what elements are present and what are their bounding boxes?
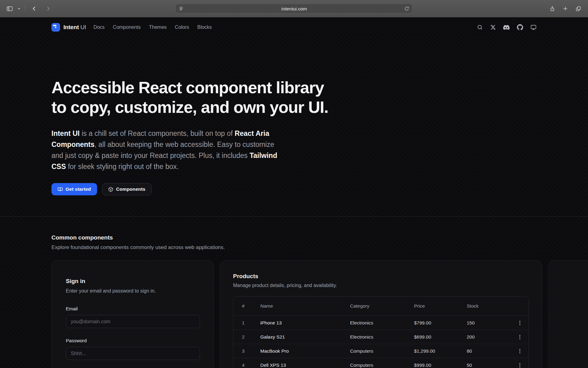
signin-description: Enter your email and password to sign in… — [66, 288, 199, 294]
col-header-num: # — [242, 303, 260, 309]
github-icon[interactable] — [517, 24, 523, 30]
theme-display-icon[interactable] — [530, 24, 537, 30]
table-row[interactable]: 1 iPhone 13 Electronics $799.00 150 — [233, 316, 529, 330]
sidebar-toggle-button[interactable] — [6, 5, 13, 12]
share-button[interactable] — [549, 6, 555, 12]
site-navbar: IntentUI Docs Components Themes Colors B… — [51, 17, 537, 32]
nav-link-components[interactable]: Components — [113, 25, 141, 30]
discord-icon[interactable] — [503, 24, 510, 31]
products-title: Products — [233, 273, 529, 280]
table-header-row: # Name Category Price Stock — [233, 297, 529, 316]
col-header-name: Name — [260, 303, 350, 309]
signin-title: Sign in — [66, 278, 199, 285]
url-text[interactable]: intentui.com — [184, 6, 404, 11]
nav-link-colors[interactable]: Colors — [175, 25, 189, 30]
chevron-right-icon — [45, 6, 51, 11]
password-field[interactable] — [66, 347, 200, 360]
row-actions-menu-icon[interactable] — [518, 361, 522, 368]
products-description: Manage product details, pricing, and ava… — [233, 283, 529, 288]
hero-description: Intent UI is a chill set of React compon… — [51, 128, 287, 172]
brand-home-link[interactable]: IntentUI — [51, 23, 86, 32]
row-actions-menu-icon[interactable] — [518, 333, 522, 341]
sidebar-icon — [6, 5, 13, 12]
address-bar[interactable]: intentui.com — [175, 4, 413, 13]
new-tab-button[interactable] — [563, 6, 568, 11]
products-card: Products Manage product details, pricing… — [220, 260, 542, 368]
email-label: Email — [66, 306, 199, 312]
table-row[interactable]: 2 Galaxy S21 Electronics $699.00 200 — [233, 330, 529, 344]
section-subtitle: Explore foundational components commonly… — [51, 244, 537, 251]
components-button[interactable]: Components — [102, 183, 152, 195]
page-settings-icon[interactable] — [179, 6, 184, 11]
forward-button[interactable] — [45, 6, 51, 11]
sidebar-chevron-button[interactable] — [17, 7, 21, 10]
plus-icon — [563, 6, 568, 11]
book-open-icon — [58, 187, 63, 192]
col-header-stock: Stock — [467, 303, 511, 309]
table-row[interactable]: 3 MacBook Pro Computers $1,299.00 80 — [233, 344, 529, 358]
password-label: Password — [66, 338, 199, 343]
next-component-card — [548, 260, 588, 368]
email-field[interactable] — [66, 315, 200, 328]
chevron-left-icon — [32, 6, 37, 11]
tab-overview-button[interactable] — [575, 6, 581, 12]
x-twitter-icon[interactable] — [490, 25, 496, 30]
cube-icon — [108, 187, 113, 192]
brand-name: IntentUI — [63, 24, 86, 31]
share-icon — [549, 6, 555, 12]
section-title: Common components — [51, 234, 537, 241]
reload-icon[interactable] — [404, 6, 409, 11]
nav-link-blocks[interactable]: Blocks — [197, 25, 212, 30]
nav-link-themes[interactable]: Themes — [149, 25, 167, 30]
chevron-down-icon — [17, 7, 21, 10]
table-row[interactable]: 4 Dell XPS 13 Computers $999.00 50 — [233, 358, 529, 368]
col-header-category: Category — [350, 303, 414, 309]
page-background: IntentUI Docs Components Themes Colors B… — [0, 17, 588, 368]
intent-ui-logo-icon — [51, 23, 60, 32]
products-table: # Name Category Price Stock 1 iPhone 13 … — [233, 296, 529, 368]
browser-chrome: intentui.com — [0, 0, 588, 17]
col-header-price: Price — [414, 303, 467, 309]
hero-title: Accessible React component library to co… — [51, 78, 537, 117]
tabs-icon — [575, 6, 581, 12]
toolbar-divider — [25, 6, 25, 11]
row-actions-menu-icon[interactable] — [518, 347, 522, 355]
get-started-button[interactable]: Get started — [51, 183, 97, 195]
back-button[interactable] — [32, 6, 37, 11]
signin-card: Sign in Enter your email and password to… — [51, 260, 214, 368]
nav-links: Docs Components Themes Colors Blocks — [93, 25, 212, 30]
search-icon[interactable] — [477, 24, 483, 30]
nav-link-docs[interactable]: Docs — [93, 25, 104, 30]
row-actions-menu-icon[interactable] — [518, 319, 522, 327]
